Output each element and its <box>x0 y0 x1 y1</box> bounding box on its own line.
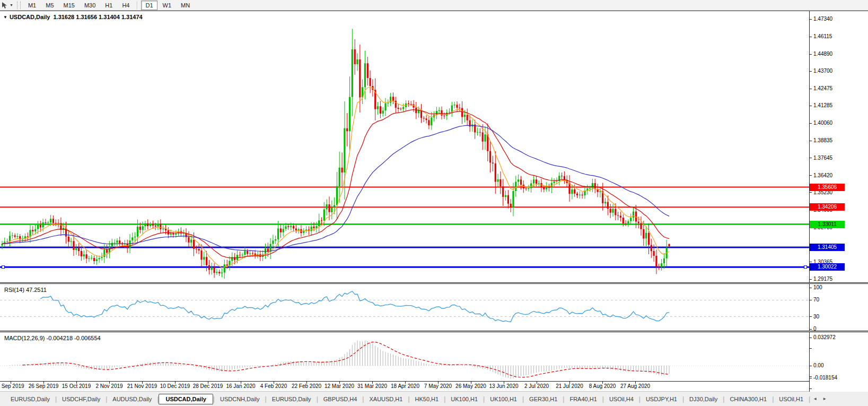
timeframe-button-m1[interactable]: M1 <box>24 1 40 10</box>
rsi-axis-label: 30 <box>813 314 819 320</box>
time-axis-label: 28 Dec 2019 <box>193 383 223 389</box>
price-axis-label: 1.40060 <box>813 120 832 126</box>
axis-tick <box>810 37 812 37</box>
cursor-tool-button[interactable]: ▼ <box>0 1 15 10</box>
chart-tab-usdcad-daily[interactable]: USDCAD,Daily <box>159 394 213 404</box>
chart-tab-uk100-h1[interactable]: UK100,H1 <box>445 394 483 404</box>
time-axis-label: 22 Feb 2020 <box>292 383 321 389</box>
price-axis-label: 1.43700 <box>813 68 832 74</box>
panel-separator[interactable] <box>0 282 868 284</box>
chart-tab-xauusd-h1[interactable]: XAUUSD,H1 <box>364 394 408 404</box>
price-badge-1.34206: 1.34206 <box>810 203 845 211</box>
axis-tick <box>810 288 812 288</box>
axis-tick <box>810 192 812 193</box>
price-axis-label: 1.42475 <box>813 85 832 92</box>
moving-average-fast <box>2 88 669 268</box>
macd-signal-line <box>23 342 669 377</box>
triangle-down-icon[interactable]: ▼ <box>3 15 7 20</box>
chart-tab-fra40-h1[interactable]: FRA40,H1 <box>564 394 602 404</box>
axis-tick <box>810 376 812 377</box>
time-axis-line <box>0 381 812 382</box>
axis-tick <box>810 338 812 338</box>
price-axis-label: 1.41285 <box>813 102 832 109</box>
timeframe-button-h1[interactable]: H1 <box>101 1 117 10</box>
timeframe-button-m30[interactable]: M30 <box>80 1 100 10</box>
axis-tick <box>810 89 812 89</box>
time-axis-label: 26 Sep 2019 <box>29 383 59 389</box>
panel-separator[interactable] <box>0 331 868 332</box>
time-axis-label: 18 Apr 2020 <box>391 383 419 389</box>
chart-tab-usdjpy-h1[interactable]: USDJPY,H1 <box>641 394 682 404</box>
axis-tick <box>810 175 812 176</box>
time-axis-label: 10 Dec 2019 <box>160 383 190 389</box>
axis-tick <box>810 388 812 389</box>
rsi-indicator-label: RSI(14) 47.2511 <box>4 287 47 293</box>
axis-tick <box>810 54 812 55</box>
cursor-arrow-icon <box>1 2 8 9</box>
chart-tab-audusd-daily[interactable]: AUDUSD,Daily <box>107 394 157 404</box>
axis-tick <box>810 348 812 349</box>
price-axis-label: 1.38835 <box>813 137 832 144</box>
rsi-axis-label: 70 <box>813 297 819 303</box>
chart-tab-bar: EURUSD,Daily|USDCHF,Daily|AUDUSD,Daily|U… <box>0 391 868 406</box>
time-axis-label: 21 Nov 2019 <box>127 383 157 389</box>
axis-tick <box>810 123 812 124</box>
chart-tab-china300-h1[interactable]: CHINA300,H1 <box>724 394 772 404</box>
price-axis-label: 1.46115 <box>813 33 832 40</box>
chart-tab-usoil-h1[interactable]: USOil,H1 <box>774 394 809 404</box>
chart-tab-usoil-h4[interactable]: USOil,H4 <box>604 394 639 404</box>
chart-tab-ger30-h1[interactable]: GER30,H1 <box>524 394 563 404</box>
chart-tab-gbpusd-h4[interactable]: GBPUSD,H4 <box>318 394 363 404</box>
macd-axis-label: 0.00 <box>813 362 823 369</box>
main-price-panel[interactable] <box>0 12 809 282</box>
price-badge-1.35606: 1.35606 <box>810 184 845 191</box>
timeframe-button-m15[interactable]: M15 <box>59 1 79 10</box>
chart-tab-eurusd-daily[interactable]: EURUSD,Daily <box>5 394 55 404</box>
scroll-tabs-right-icon[interactable]: ► <box>820 395 829 402</box>
price-axis-label: 1.29175 <box>813 276 832 282</box>
timeframe-button-w1[interactable]: W1 <box>159 1 176 10</box>
chart-tab-uk100-h1[interactable]: UK100,H1 <box>485 394 522 404</box>
timeframe-button-d1[interactable]: D1 <box>141 1 157 10</box>
price-axis-label: 1.47340 <box>813 16 832 22</box>
chart-title: ▼USDCAD,Daily 1.31628 1.31656 1.31404 1.… <box>3 14 143 20</box>
line-handle[interactable] <box>2 266 5 269</box>
line-handle[interactable] <box>804 266 807 269</box>
chart-window[interactable]: ▼USDCAD,Daily 1.31628 1.31656 1.31404 1.… <box>0 11 868 391</box>
terminal-window: ▼ M1M5M15M30H1H4D1W1MN ▼USDCAD,Daily 1.3… <box>0 0 868 406</box>
price-badge-1.30022: 1.30022 <box>810 263 845 271</box>
chart-tab-usdchf-daily[interactable]: USDCHF,Daily <box>57 394 106 404</box>
chart-tab-hk50-h1[interactable]: HK50,H1 <box>410 394 444 404</box>
macd-axis-label: -0.018154 <box>813 375 837 381</box>
timeframe-button-mn[interactable]: MN <box>177 1 194 10</box>
time-axis-label: 7 May 2020 <box>424 383 452 389</box>
price-axis-label: 1.44890 <box>813 51 832 57</box>
price-axis[interactable]: 1.473401.461151.448901.437001.424751.412… <box>809 11 868 392</box>
macd-histogram <box>2 341 669 379</box>
axis-tick <box>810 141 812 141</box>
chart-tab-dj30-daily[interactable]: DJ30,Daily <box>684 394 723 404</box>
chart-tab-usdcnh-daily[interactable]: USDCNH,Daily <box>215 394 265 404</box>
time-axis-label: 21 Jul 2020 <box>556 383 583 389</box>
scroll-tabs-left-icon[interactable]: ◄ <box>810 395 820 402</box>
toolbar-drag-grip[interactable] <box>17 2 21 9</box>
chart-tab-eurusd-daily[interactable]: EURUSD,Daily <box>267 394 317 404</box>
time-axis-label: 12 Mar 2020 <box>325 383 354 389</box>
time-axis-label: 15 Oct 2019 <box>62 383 91 389</box>
rsi-axis-label: 100 <box>813 284 822 291</box>
time-axis-label: 2 Jul 2020 <box>524 383 549 389</box>
time-axis-label: 16 Jan 2020 <box>226 383 255 389</box>
axis-tick <box>810 329 812 330</box>
axis-tick <box>810 316 812 317</box>
timeframe-button-h4[interactable]: H4 <box>118 1 134 10</box>
macd-indicator-label: MACD(12,26,9) -0.004218 -0.006554 <box>4 335 101 341</box>
timeframe-button-m5[interactable]: M5 <box>41 1 58 10</box>
macd-panel[interactable] <box>0 332 809 381</box>
price-axis-label: 1.36420 <box>813 172 832 179</box>
chevron-down-icon: ▼ <box>10 3 13 7</box>
price-badge-1.31405: 1.31405 <box>810 244 845 251</box>
axis-tick <box>810 300 812 300</box>
rsi-panel[interactable] <box>0 284 809 331</box>
axis-tick <box>810 279 812 280</box>
axis-tick <box>810 262 812 262</box>
